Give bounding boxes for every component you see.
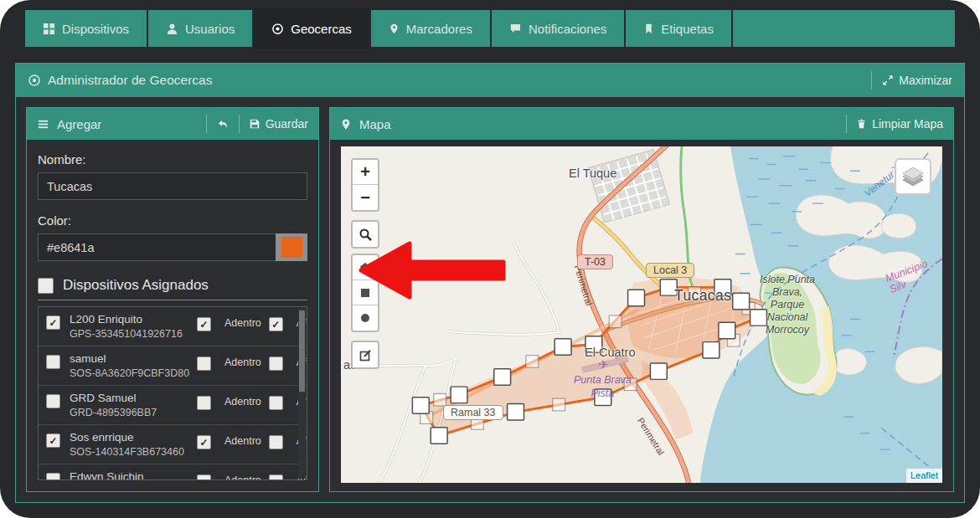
inside-label: Adentro bbox=[224, 474, 261, 480]
name-label: Nombre: bbox=[38, 152, 307, 167]
polygon-vertex-handle[interactable] bbox=[595, 389, 611, 405]
polygon-vertex-handle[interactable] bbox=[650, 363, 667, 379]
outside-checkbox[interactable] bbox=[269, 474, 283, 480]
outside-checkbox[interactable] bbox=[269, 396, 283, 410]
outside-checkbox[interactable] bbox=[269, 317, 283, 331]
map-panel-title: Mapa bbox=[359, 117, 391, 131]
name-input[interactable] bbox=[38, 172, 307, 200]
edit-icon bbox=[358, 348, 373, 362]
inside-label: Adentro bbox=[224, 356, 261, 368]
tab-notificaciones[interactable]: Notificaciones bbox=[492, 10, 624, 47]
scrollbar-thumb[interactable] bbox=[299, 310, 305, 392]
polygon-midpoint-handle[interactable] bbox=[624, 378, 637, 391]
zoom-out-button[interactable]: − bbox=[353, 185, 378, 210]
device-id: GPS-353451041926716 bbox=[70, 328, 197, 340]
tab-label: Usuarios bbox=[185, 22, 235, 36]
map-canvas[interactable] bbox=[341, 146, 942, 483]
map-viewport[interactable]: El TuqueTucacasEl Cuatroas✈Punta Brava P… bbox=[341, 146, 942, 483]
device-row: GRD SamuelGRD-4895396BB7AdentroAfuera bbox=[39, 386, 307, 425]
polygon-vertex-handle[interactable] bbox=[703, 342, 720, 358]
outside-checkbox[interactable] bbox=[269, 435, 283, 449]
zoom-in-button[interactable]: + bbox=[353, 160, 378, 185]
geofence-icon bbox=[28, 74, 41, 87]
search-control bbox=[351, 220, 379, 249]
color-input[interactable] bbox=[38, 233, 276, 261]
save-button[interactable]: Guardar bbox=[249, 117, 308, 131]
polygon-midpoint-handle[interactable] bbox=[434, 393, 446, 406]
inside-checkbox[interactable] bbox=[197, 435, 211, 449]
edit-layers-button[interactable] bbox=[353, 342, 378, 367]
tab-usuarios[interactable]: Usuarios bbox=[148, 10, 252, 47]
undo-icon bbox=[216, 118, 230, 131]
device-list-scrollbar bbox=[298, 308, 306, 479]
inside-checkbox[interactable] bbox=[197, 474, 211, 480]
draw-rectangle-button[interactable] bbox=[353, 280, 378, 305]
window-title: Administrador de Geocercas bbox=[48, 73, 212, 88]
polygon-vertex-handle[interactable] bbox=[660, 280, 677, 295]
device-list[interactable]: L200 EnriquitoGPS-353451041926716Adentro… bbox=[38, 306, 307, 480]
tab-geocercas[interactable]: Geocercas bbox=[254, 8, 369, 49]
window-header: Administrador de Geocercas Maximizar bbox=[16, 64, 964, 97]
menu-icon bbox=[37, 118, 49, 131]
polygon-vertex-handle[interactable] bbox=[451, 387, 467, 403]
draw-circle-button[interactable] bbox=[353, 305, 378, 331]
device-checkbox[interactable] bbox=[46, 315, 60, 330]
tab-etiquetas[interactable]: Etiquetas bbox=[626, 10, 731, 47]
polygon-vertex-handle[interactable] bbox=[508, 404, 524, 420]
device-name: samuel bbox=[70, 352, 197, 365]
clear-map-button[interactable]: Limpiar Mapa bbox=[856, 117, 943, 131]
device-row: L200 EnriquitoGPS-353451041926716Adentro… bbox=[39, 307, 307, 346]
outside-checkbox[interactable] bbox=[269, 356, 283, 371]
device-checkbox[interactable] bbox=[46, 433, 60, 448]
map-panel: Mapa Limpiar Mapa bbox=[329, 107, 954, 492]
draw-polygon-button[interactable] bbox=[353, 255, 378, 280]
polygon-vertex-handle[interactable] bbox=[750, 310, 767, 326]
polygon-vertex-handle[interactable] bbox=[554, 339, 571, 355]
map-body: El TuqueTucacasEl Cuatroas✈Punta Brava P… bbox=[330, 140, 953, 491]
inside-checkbox[interactable] bbox=[197, 317, 211, 331]
form-panel-title: Agregar bbox=[57, 117, 101, 131]
polygon-midpoint-handle[interactable] bbox=[609, 315, 622, 328]
device-name: Sos enrrique bbox=[70, 431, 197, 444]
device-name: GRD Samuel bbox=[70, 392, 197, 404]
polygon-vertex-handle[interactable] bbox=[412, 397, 429, 413]
device-checkbox[interactable] bbox=[46, 473, 60, 480]
map-panel-title-group: Mapa bbox=[340, 117, 391, 131]
tab-marcadores[interactable]: Marcadores bbox=[371, 10, 490, 47]
undo-button[interactable] bbox=[216, 118, 230, 131]
save-icon bbox=[249, 118, 260, 130]
polygon-midpoint-handle[interactable] bbox=[526, 356, 539, 368]
polygon-midpoint-handle[interactable] bbox=[553, 398, 565, 411]
polygon-midpoint-handle[interactable] bbox=[689, 287, 701, 300]
polygon-midpoint-handle[interactable] bbox=[471, 418, 483, 430]
device-id: GRD-4895396BB7 bbox=[70, 407, 197, 418]
nav-tabs: DispositivosUsuariosGeocercasMarcadoresN… bbox=[25, 8, 955, 49]
device-checkbox[interactable] bbox=[46, 355, 60, 369]
color-picker-addon[interactable] bbox=[276, 233, 307, 261]
section-divider bbox=[38, 300, 307, 300]
device-checkbox[interactable] bbox=[46, 394, 60, 408]
inside-checkbox[interactable] bbox=[197, 396, 211, 410]
polygon-vertex-handle[interactable] bbox=[628, 290, 645, 305]
polygon-vertex-handle[interactable] bbox=[431, 428, 447, 444]
app-window: DispositivosUsuariosGeocercasMarcadoresN… bbox=[0, 0, 980, 518]
top-navigation: DispositivosUsuariosGeocercasMarcadoresN… bbox=[0, 0, 980, 49]
polygon-vertex-handle[interactable] bbox=[494, 369, 511, 385]
divider bbox=[871, 71, 872, 90]
assigned-devices-checkbox[interactable] bbox=[38, 278, 54, 294]
tab-label: Geocercas bbox=[291, 22, 352, 36]
divider bbox=[239, 115, 240, 133]
map-attribution[interactable]: Leaflet bbox=[906, 469, 942, 483]
inside-checkbox[interactable] bbox=[197, 356, 211, 371]
tab-dispositivos[interactable]: Dispositivos bbox=[25, 10, 147, 47]
polygon-vertex-handle[interactable] bbox=[719, 322, 735, 338]
maximize-button[interactable]: Maximizar bbox=[882, 74, 952, 87]
search-icon bbox=[358, 228, 373, 242]
layers-control[interactable] bbox=[895, 158, 931, 195]
device-row: samuelSOS-8A3620F9CBF3D80AdentroAfuera bbox=[39, 346, 307, 386]
polygon-vertex-handle[interactable] bbox=[733, 293, 750, 309]
polygon-vertex-handle[interactable] bbox=[585, 336, 602, 352]
polygon-vertex-handle[interactable] bbox=[714, 280, 731, 295]
search-button[interactable] bbox=[353, 222, 378, 247]
clear-map-label: Limpiar Mapa bbox=[872, 117, 943, 131]
